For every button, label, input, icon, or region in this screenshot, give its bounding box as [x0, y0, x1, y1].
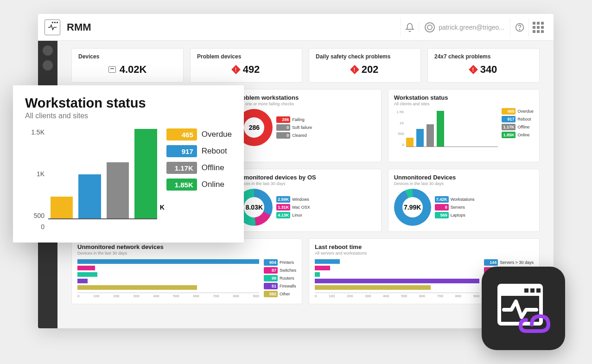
legend-row: 7.42KWorkstations: [435, 196, 475, 203]
panel-workstation-status[interactable]: Workstation status All clients and sites…: [388, 89, 540, 162]
panel-title: Unmonitored devices by OS: [236, 174, 375, 181]
hbar: [77, 259, 259, 264]
panel-row-3: Unmonitored network devices Devices in t…: [71, 238, 540, 304]
axis-tick: 600: [419, 294, 425, 298]
legend-label: Soft failure: [292, 125, 312, 130]
legend-badge: 51: [264, 283, 278, 289]
product-badge-icon: [482, 267, 565, 350]
legend-label: Switches: [280, 268, 296, 273]
kpi-value: 492: [243, 64, 260, 76]
bar: [426, 124, 434, 147]
svg-rect-5: [530, 288, 535, 293]
overlay-workstation-status: Workstation status All clients and sites…: [13, 85, 244, 243]
bar: [437, 111, 444, 147]
kpi-card[interactable]: Problem devices 492: [190, 48, 302, 83]
nav-item[interactable]: [43, 60, 53, 70]
hbar: [315, 259, 340, 264]
legend-label: Servers > 30 days: [500, 260, 534, 265]
app-logo-icon: [45, 19, 60, 35]
axis-tick: 500: [173, 294, 179, 298]
user-menu[interactable]: patrick.green@trigeo...: [419, 22, 510, 32]
legend: 904Printers87Switches99Routers51Firewall…: [264, 259, 296, 298]
bar: [416, 129, 424, 147]
donut-center-value: 8.03K: [236, 189, 273, 226]
legend-label: Offline: [517, 125, 529, 129]
panel-title: Last reboot time: [315, 243, 534, 250]
hbar: [315, 285, 431, 290]
legend-row: 0Cleared: [276, 132, 312, 139]
bar: [107, 162, 129, 219]
apps-menu-button[interactable]: [528, 18, 547, 37]
legend-label: Offline: [202, 163, 224, 172]
donut-chart: 286: [236, 109, 273, 146]
legend-badge: 465: [166, 128, 197, 140]
legend-label: Workstations: [451, 197, 475, 202]
kpi-title: Problem devices: [197, 53, 295, 60]
donut-center-value: K: [144, 189, 181, 226]
legend-badge: 7.42K: [435, 196, 449, 203]
kpi-card[interactable]: Devices 4.02K: [71, 48, 184, 83]
legend-badge: 2.59K: [276, 196, 290, 203]
kpi-title: 24x7 check problems: [434, 53, 533, 60]
axis-tick: 500: [398, 132, 404, 136]
donut-chart: 8.03K: [236, 189, 273, 226]
legend-label: Online: [202, 180, 224, 189]
legend-row: 569Laptops: [435, 212, 475, 218]
legend-row: 917Reboot: [166, 145, 232, 157]
legend-row: 4.13KLinux: [276, 212, 310, 218]
legend: 465Overdue917Reboot1.17KOffline1.85KOnli…: [502, 108, 534, 147]
axis-tick: 0: [77, 294, 79, 298]
svg-rect-4: [524, 288, 528, 293]
panel-subtitle: Devices in the last 30 days: [394, 181, 534, 186]
legend-badge: 465: [502, 108, 516, 115]
nav-item[interactable]: [43, 45, 53, 56]
notifications-button[interactable]: [400, 18, 419, 37]
kpi-card[interactable]: 24x7 check problems 340: [427, 48, 540, 83]
axis-tick: 1.5K: [31, 128, 45, 136]
alert-icon: [469, 65, 478, 74]
legend-row: 1.31KMac OSX: [276, 204, 310, 211]
legend-row: 144Servers > 30 days: [484, 259, 534, 266]
panel-subtitle: Devices in the last 30 days: [236, 181, 375, 186]
help-button[interactable]: [510, 18, 528, 37]
legend-label: Printers: [280, 260, 294, 265]
hbar: [77, 266, 95, 270]
legend-label: Cleared: [292, 133, 307, 138]
axis-tick: 400: [383, 294, 389, 298]
legend-label: Firewalls: [280, 284, 296, 288]
legend-badge: 0: [276, 132, 290, 139]
legend-row: 99Routers: [264, 275, 296, 281]
hbar: [315, 266, 330, 270]
legend-badge: 592: [264, 291, 278, 297]
donut-chart: 7.99K: [394, 189, 431, 226]
bar: [406, 138, 414, 147]
legend-label: Mac OSX: [292, 205, 310, 210]
axis-tick: 0: [402, 143, 404, 147]
legend-row: 0Soft failure: [276, 124, 312, 131]
hbar-axis: 0100200300400500600700800900: [77, 293, 259, 298]
overlay-title: Workstation status: [25, 96, 232, 111]
legend-badge: 569: [435, 212, 449, 218]
axis-tick: 500: [401, 294, 407, 298]
panel-title: Workstation status: [394, 94, 534, 101]
panel-unmonitored-devices[interactable]: Unmonitored Devices Devices in the last …: [388, 169, 540, 232]
panel-title: Unmonitored network devices: [77, 243, 296, 250]
panel-unmonitored-network[interactable]: Unmonitored network devices Devices in t…: [71, 238, 302, 304]
axis-tick: 200: [113, 294, 119, 298]
svg-rect-6: [536, 288, 541, 293]
legend-row: 917Reboot: [502, 116, 534, 122]
axis-tick: 800: [455, 294, 461, 298]
legend-badge: 1.17K: [502, 124, 516, 130]
panel-problem-workstations[interactable]: Problem workstations With one or more fa…: [229, 89, 381, 162]
legend: 7.42KWorkstations8Servers569Laptops: [435, 196, 475, 218]
legend-badge: 99: [264, 275, 278, 281]
kpi-card[interactable]: Daily safety check problems 202: [309, 48, 421, 83]
legend-badge: 917: [502, 116, 516, 122]
hbar-chart: 0100200300400500600700800900: [315, 259, 479, 298]
kpi-value: 4.02K: [120, 64, 147, 76]
panel-unmonitored-by-os[interactable]: Unmonitored devices by OS Devices in the…: [229, 169, 381, 232]
legend-label: Servers: [451, 205, 465, 210]
panel-subtitle: All clients and sites: [394, 102, 534, 106]
legend-row: 2.59KWindows: [276, 196, 310, 203]
legend-label: Routers: [280, 276, 294, 281]
